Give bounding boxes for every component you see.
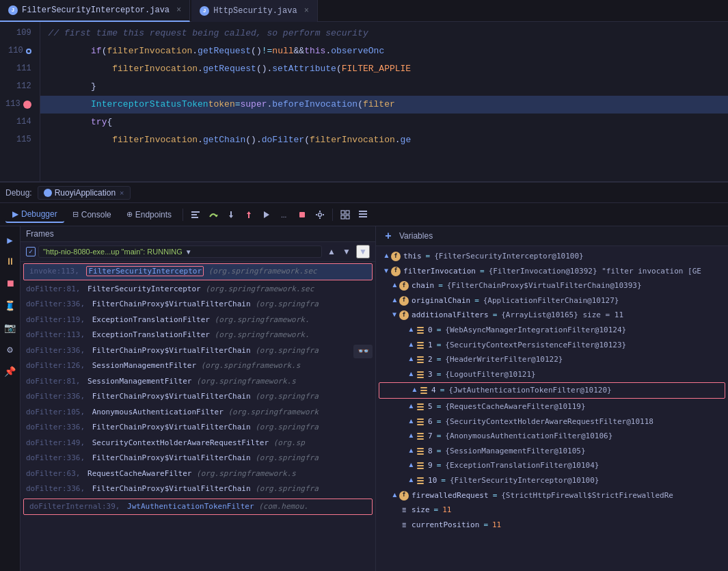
settings-debug-btn[interactable] [312,207,328,223]
thread-checkbox[interactable] [26,247,36,256]
frame-item-doFilter-113[interactable]: doFilter:113, ExceptionTranslationFilter… [21,328,375,343]
var-filter0-triangle[interactable]: ▶ [405,328,416,332]
var-size[interactable]: ▶ ≡ size = 11 [376,503,728,518]
code-line-112: } [40,78,728,96]
frames-list: invoke:113, FilterSecurityInterceptor (o… [21,262,375,571]
var-filter-4[interactable]: ▶ 4 = {JwtAuthenticationTokenFilter@1012… [379,382,725,399]
var-filter-6[interactable]: ▶ 6 = {SecurityContextHolderAwareRequest… [376,414,728,429]
glasses-btn[interactable]: 👓 [353,345,373,358]
var-filterInvocation-triangle[interactable]: ▼ [384,265,388,276]
var-filter-5[interactable]: ▶ 5 = {RequestCacheAwareFilter@10119} [376,399,728,414]
var-filter-9[interactable]: ▶ 9 = {ExceptionTranslationFilter@10104} [376,458,728,473]
var-additionalFilters[interactable]: ▼ f additionalFilters = {ArrayList@10165… [376,308,728,323]
var-filter8-triangle[interactable]: ▶ [405,449,416,453]
svg-rect-10 [319,211,321,212]
var-filter-8[interactable]: ▶ 8 = {SessionManagementFilter@10105} [376,444,728,459]
nav-down-btn[interactable]: ▼ [340,245,353,258]
tab-debugger[interactable]: ▶ Debugger [5,207,64,223]
var-chain-triangle[interactable]: ▶ [389,283,400,287]
var-filter-3[interactable]: ▶ 3 = {LogoutFilter@10121} [376,367,728,382]
var-filter-7[interactable]: ▶ 7 = {AnonymousAuthenticationFilter@101… [376,429,728,444]
var-this-triangle[interactable]: ▶ [381,254,392,258]
filter-frames-btn[interactable]: ▼ [356,245,370,258]
var-filterInvocation[interactable]: ▼ f filterInvocation = {FilterInvocation… [376,264,728,279]
var-originalChain-triangle[interactable]: ▶ [389,298,400,302]
debug-panel: Debug: RuoyiApplication × ▶ Debugger ⊟ C… [0,181,728,571]
debug-app-tab[interactable]: RuoyiApplication × [38,186,131,200]
step-over-btn[interactable] [205,207,221,223]
var-this[interactable]: ▶ f this = {FilterSecurityInterceptor@10… [376,249,728,264]
frame-item-doFilter-81-1[interactable]: doFilter:81, FilterSecurityInterceptor (… [21,282,375,297]
var-filter3-triangle[interactable]: ▶ [405,372,416,376]
tab-console[interactable]: ⊟ Console [66,207,118,222]
frame-item-doFilter-105[interactable]: doFilter:105, AnonymousAuthenticationFil… [21,405,375,421]
show-frames-btn[interactable] [187,207,204,223]
sidebar-resume-icon[interactable]: ▶ [2,232,18,248]
thread-dropdown[interactable]: "http-nio-8080-exe...up "main": RUNNING … [38,245,322,258]
frame-item-doFilter-63[interactable]: doFilter:63, RequestCacheAwareFilter (or… [21,466,375,482]
code-line-110: if ( filterInvocation . getRequest () !=… [40,42,728,60]
var-filter10-triangle[interactable]: ▶ [405,478,416,482]
var-firewalledRequest-triangle[interactable]: ▶ [389,492,400,496]
frame-item-doFilter-336-6[interactable]: doFilter:336, FilterChainProxy$VirtualFi… [21,481,375,497]
debug-app-close[interactable]: × [120,189,124,197]
line-109: 109 [5,25,34,42]
var-filter1-triangle[interactable]: ▶ [405,343,416,347]
step-out-btn[interactable] [241,207,257,223]
frame-item-doFilter-81-2[interactable]: doFilter:81, SessionManagementFilter (or… [21,374,375,390]
var-firewalledRequest[interactable]: ▶ f firewalledRequest = {StrictHttpFirew… [376,488,728,503]
stop-btn[interactable] [294,207,310,223]
java-file-icon: J [8,5,18,15]
var-currentPosition[interactable]: ▶ ≡ currentPosition = 11 [376,518,728,533]
frame-item-doFilter-119[interactable]: doFilter:119, ExceptionTranslationFilter… [21,313,375,328]
frame-item-doFilter-336-2[interactable]: doFilter:336, FilterChainProxy$VirtualFi… [21,343,375,359]
run-to-cursor-btn[interactable] [258,207,275,223]
frame-item-doFilterInternal-39[interactable]: doFilterInternal:39, JwtAuthenticationTo… [23,499,373,516]
tab-close-http[interactable]: × [304,6,309,16]
var-filter-10[interactable]: ▶ 10 = {FilterSecurityInterceptor@10100} [376,473,728,488]
toolbar-sep-2 [332,209,333,221]
sidebar-pin-icon[interactable]: 📌 [2,363,18,380]
var-filter2-triangle[interactable]: ▶ [405,357,416,361]
var-filter5-triangle[interactable]: ▶ [405,404,416,408]
sidebar-thread-icon[interactable]: 🧵 [2,297,18,314]
nav-up-btn[interactable]: ▲ [325,245,338,258]
svg-rect-13 [323,214,324,215]
var-filter9-triangle[interactable]: ▶ [405,463,416,467]
tab-endpoints[interactable]: ⊕ Endpoints [120,207,178,222]
restore-layout-btn[interactable] [337,207,353,223]
frame-item-doFilter-336-5[interactable]: doFilter:336, FilterChainProxy$VirtualFi… [21,451,375,466]
add-watch-btn[interactable]: + [381,229,395,243]
sidebar-stop-icon[interactable]: ⏹ [2,276,18,292]
var-filter-0[interactable]: ▶ 0 = {WebAsyncManagerIntegrationFilter@… [376,323,728,338]
variables-header: + Variables [376,226,728,246]
tab-http-security[interactable]: J HttpSecurity.java × [191,0,318,22]
line-112: 112 [5,78,34,96]
sidebar-gear-icon[interactable]: ⚙ [2,341,18,358]
step-into-btn[interactable] [223,207,239,223]
sidebar-camera-icon[interactable]: 📷 [2,319,18,336]
var-originalChain[interactable]: ▶ f originalChain = {ApplicationFilterCh… [376,293,728,308]
var-filter-2[interactable]: ▶ 2 = {HeaderWriterFilter@10122} [376,352,728,367]
code-line-109: // first time this request being called,… [40,25,728,42]
tab-filter-security-interceptor[interactable]: J FilterSecurityInterceptor.java × [0,0,190,22]
var-filter-1[interactable]: ▶ 1 = {SecurityContextPersistenceFilter@… [376,338,728,353]
left-debug-area: Frames "http-nio-8080-exe...up "main": R… [21,226,728,571]
var-additionalFilters-triangle[interactable]: ▼ [392,309,396,320]
frame-item-doFilter-336-4[interactable]: doFilter:336, FilterChainProxy$VirtualFi… [21,420,375,436]
evaluate-btn[interactable]: ... [276,207,293,223]
var-chain[interactable]: ▶ f chain = {FilterChainProxy$VirtualFil… [376,278,728,293]
var-filter6-triangle[interactable]: ▶ [405,419,416,423]
frame-item-doFilter-149[interactable]: doFilter:149, SecurityContextHolderAware… [21,436,375,451]
tab-close-filter[interactable]: × [176,5,181,15]
frame-item-doFilter-336-1[interactable]: doFilter:336, FilterChainProxy$VirtualFi… [21,297,375,313]
svg-marker-5 [247,211,251,214]
close-debug-btn[interactable] [355,207,371,223]
var-filter4-triangle[interactable]: ▶ [409,388,420,392]
frame-item-doFilter-126[interactable]: doFilter:126, SessionManagementFilter (o… [21,358,375,374]
frame-item-invoke-113[interactable]: invoke:113, FilterSecurityInterceptor (o… [23,263,373,280]
sidebar-pause-icon[interactable]: ⏸ [2,254,18,270]
var-filter7-triangle[interactable]: ▶ [405,434,416,438]
frame-item-doFilter-336-3[interactable]: doFilter:336, FilterChainProxy$VirtualFi… [21,389,375,405]
var-additionalFilters-icon: f [399,310,409,320]
